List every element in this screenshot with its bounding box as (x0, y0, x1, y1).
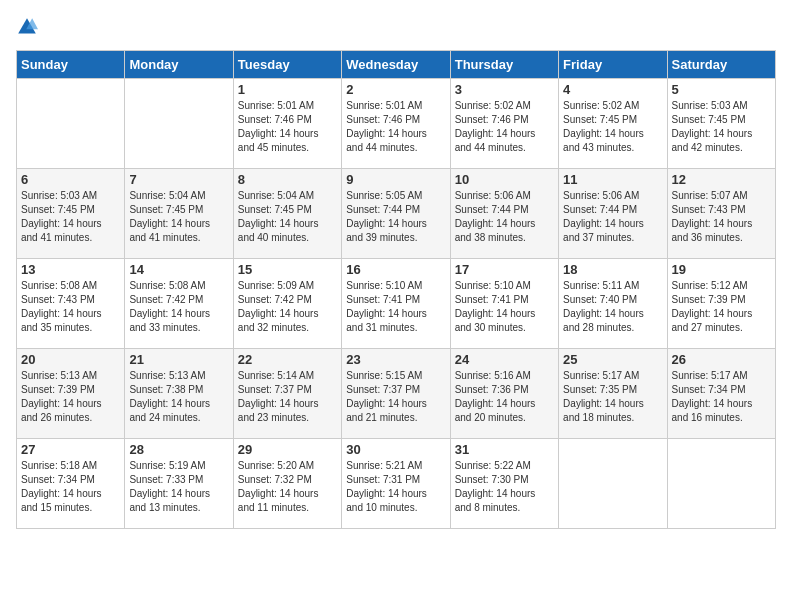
weekday-header: Friday (559, 51, 667, 79)
day-number: 6 (21, 172, 120, 187)
day-number: 12 (672, 172, 771, 187)
calendar-cell (125, 79, 233, 169)
calendar-cell: 16 Sunrise: 5:10 AMSunset: 7:41 PMDaylig… (342, 259, 450, 349)
calendar-cell: 19 Sunrise: 5:12 AMSunset: 7:39 PMDaylig… (667, 259, 775, 349)
weekday-header: Wednesday (342, 51, 450, 79)
day-number: 14 (129, 262, 228, 277)
day-number: 11 (563, 172, 662, 187)
day-info: Sunrise: 5:04 AMSunset: 7:45 PMDaylight:… (129, 190, 210, 243)
day-info: Sunrise: 5:01 AMSunset: 7:46 PMDaylight:… (238, 100, 319, 153)
calendar-cell: 17 Sunrise: 5:10 AMSunset: 7:41 PMDaylig… (450, 259, 558, 349)
calendar-cell: 6 Sunrise: 5:03 AMSunset: 7:45 PMDayligh… (17, 169, 125, 259)
weekday-header: Tuesday (233, 51, 341, 79)
calendar-cell (17, 79, 125, 169)
day-info: Sunrise: 5:07 AMSunset: 7:43 PMDaylight:… (672, 190, 753, 243)
calendar-cell: 29 Sunrise: 5:20 AMSunset: 7:32 PMDaylig… (233, 439, 341, 529)
calendar-cell: 26 Sunrise: 5:17 AMSunset: 7:34 PMDaylig… (667, 349, 775, 439)
calendar-cell: 7 Sunrise: 5:04 AMSunset: 7:45 PMDayligh… (125, 169, 233, 259)
day-info: Sunrise: 5:08 AMSunset: 7:43 PMDaylight:… (21, 280, 102, 333)
day-info: Sunrise: 5:18 AMSunset: 7:34 PMDaylight:… (21, 460, 102, 513)
day-number: 18 (563, 262, 662, 277)
day-info: Sunrise: 5:04 AMSunset: 7:45 PMDaylight:… (238, 190, 319, 243)
day-info: Sunrise: 5:09 AMSunset: 7:42 PMDaylight:… (238, 280, 319, 333)
day-info: Sunrise: 5:14 AMSunset: 7:37 PMDaylight:… (238, 370, 319, 423)
day-info: Sunrise: 5:13 AMSunset: 7:38 PMDaylight:… (129, 370, 210, 423)
day-number: 22 (238, 352, 337, 367)
day-info: Sunrise: 5:06 AMSunset: 7:44 PMDaylight:… (563, 190, 644, 243)
calendar-cell: 3 Sunrise: 5:02 AMSunset: 7:46 PMDayligh… (450, 79, 558, 169)
weekday-header: Sunday (17, 51, 125, 79)
day-info: Sunrise: 5:10 AMSunset: 7:41 PMDaylight:… (455, 280, 536, 333)
day-number: 23 (346, 352, 445, 367)
weekday-header: Thursday (450, 51, 558, 79)
weekday-header: Monday (125, 51, 233, 79)
day-info: Sunrise: 5:19 AMSunset: 7:33 PMDaylight:… (129, 460, 210, 513)
weekday-header: Saturday (667, 51, 775, 79)
day-number: 17 (455, 262, 554, 277)
day-number: 27 (21, 442, 120, 457)
calendar-cell: 28 Sunrise: 5:19 AMSunset: 7:33 PMDaylig… (125, 439, 233, 529)
calendar-cell: 5 Sunrise: 5:03 AMSunset: 7:45 PMDayligh… (667, 79, 775, 169)
day-info: Sunrise: 5:03 AMSunset: 7:45 PMDaylight:… (21, 190, 102, 243)
day-number: 5 (672, 82, 771, 97)
logo (16, 16, 42, 38)
day-number: 3 (455, 82, 554, 97)
day-number: 16 (346, 262, 445, 277)
day-info: Sunrise: 5:01 AMSunset: 7:46 PMDaylight:… (346, 100, 427, 153)
calendar-cell: 20 Sunrise: 5:13 AMSunset: 7:39 PMDaylig… (17, 349, 125, 439)
calendar-cell: 13 Sunrise: 5:08 AMSunset: 7:43 PMDaylig… (17, 259, 125, 349)
day-number: 9 (346, 172, 445, 187)
day-info: Sunrise: 5:12 AMSunset: 7:39 PMDaylight:… (672, 280, 753, 333)
day-number: 2 (346, 82, 445, 97)
day-info: Sunrise: 5:11 AMSunset: 7:40 PMDaylight:… (563, 280, 644, 333)
calendar-cell: 25 Sunrise: 5:17 AMSunset: 7:35 PMDaylig… (559, 349, 667, 439)
calendar-cell: 14 Sunrise: 5:08 AMSunset: 7:42 PMDaylig… (125, 259, 233, 349)
day-info: Sunrise: 5:13 AMSunset: 7:39 PMDaylight:… (21, 370, 102, 423)
day-info: Sunrise: 5:21 AMSunset: 7:31 PMDaylight:… (346, 460, 427, 513)
calendar-table: SundayMondayTuesdayWednesdayThursdayFrid… (16, 50, 776, 529)
day-info: Sunrise: 5:08 AMSunset: 7:42 PMDaylight:… (129, 280, 210, 333)
calendar-cell: 10 Sunrise: 5:06 AMSunset: 7:44 PMDaylig… (450, 169, 558, 259)
calendar-cell: 30 Sunrise: 5:21 AMSunset: 7:31 PMDaylig… (342, 439, 450, 529)
day-number: 21 (129, 352, 228, 367)
day-info: Sunrise: 5:06 AMSunset: 7:44 PMDaylight:… (455, 190, 536, 243)
day-number: 31 (455, 442, 554, 457)
day-number: 15 (238, 262, 337, 277)
day-number: 30 (346, 442, 445, 457)
calendar-cell: 21 Sunrise: 5:13 AMSunset: 7:38 PMDaylig… (125, 349, 233, 439)
day-number: 20 (21, 352, 120, 367)
day-number: 26 (672, 352, 771, 367)
day-info: Sunrise: 5:02 AMSunset: 7:46 PMDaylight:… (455, 100, 536, 153)
day-info: Sunrise: 5:17 AMSunset: 7:35 PMDaylight:… (563, 370, 644, 423)
day-info: Sunrise: 5:15 AMSunset: 7:37 PMDaylight:… (346, 370, 427, 423)
day-number: 7 (129, 172, 228, 187)
day-info: Sunrise: 5:22 AMSunset: 7:30 PMDaylight:… (455, 460, 536, 513)
day-info: Sunrise: 5:02 AMSunset: 7:45 PMDaylight:… (563, 100, 644, 153)
day-number: 19 (672, 262, 771, 277)
page-header (16, 16, 776, 38)
day-info: Sunrise: 5:05 AMSunset: 7:44 PMDaylight:… (346, 190, 427, 243)
calendar-cell: 31 Sunrise: 5:22 AMSunset: 7:30 PMDaylig… (450, 439, 558, 529)
day-info: Sunrise: 5:20 AMSunset: 7:32 PMDaylight:… (238, 460, 319, 513)
day-number: 10 (455, 172, 554, 187)
calendar-cell: 2 Sunrise: 5:01 AMSunset: 7:46 PMDayligh… (342, 79, 450, 169)
calendar-cell: 24 Sunrise: 5:16 AMSunset: 7:36 PMDaylig… (450, 349, 558, 439)
calendar-cell: 23 Sunrise: 5:15 AMSunset: 7:37 PMDaylig… (342, 349, 450, 439)
calendar-cell: 27 Sunrise: 5:18 AMSunset: 7:34 PMDaylig… (17, 439, 125, 529)
day-info: Sunrise: 5:17 AMSunset: 7:34 PMDaylight:… (672, 370, 753, 423)
calendar-cell: 22 Sunrise: 5:14 AMSunset: 7:37 PMDaylig… (233, 349, 341, 439)
calendar-cell: 12 Sunrise: 5:07 AMSunset: 7:43 PMDaylig… (667, 169, 775, 259)
calendar-cell: 18 Sunrise: 5:11 AMSunset: 7:40 PMDaylig… (559, 259, 667, 349)
day-number: 13 (21, 262, 120, 277)
day-number: 25 (563, 352, 662, 367)
calendar-cell: 1 Sunrise: 5:01 AMSunset: 7:46 PMDayligh… (233, 79, 341, 169)
calendar-cell (667, 439, 775, 529)
day-number: 1 (238, 82, 337, 97)
calendar-cell: 15 Sunrise: 5:09 AMSunset: 7:42 PMDaylig… (233, 259, 341, 349)
day-number: 29 (238, 442, 337, 457)
day-info: Sunrise: 5:16 AMSunset: 7:36 PMDaylight:… (455, 370, 536, 423)
day-number: 24 (455, 352, 554, 367)
calendar-cell: 11 Sunrise: 5:06 AMSunset: 7:44 PMDaylig… (559, 169, 667, 259)
calendar-cell: 4 Sunrise: 5:02 AMSunset: 7:45 PMDayligh… (559, 79, 667, 169)
day-number: 28 (129, 442, 228, 457)
